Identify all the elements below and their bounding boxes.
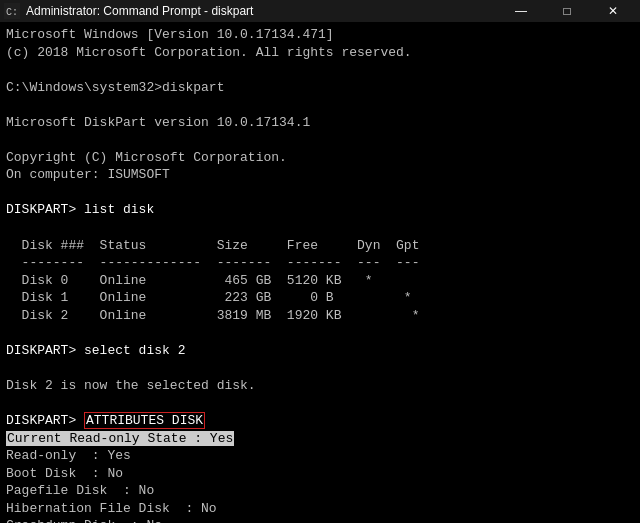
attributes-cmd-line: DISKPART> ATTRIBUTES DISK — [6, 412, 634, 430]
main-window: C: Administrator: Command Prompt - diskp… — [0, 0, 640, 523]
cmd-icon: C: — [4, 3, 20, 19]
crashdump-line: Crashdump Disk : No — [6, 517, 634, 523]
computer-line: On computer: ISUMSOFT — [6, 166, 634, 184]
readonly-state-highlight: Current Read-only State : Yes — [6, 431, 234, 446]
disk-selected-line: Disk 2 is now the selected disk. — [6, 377, 634, 395]
list-disk-cmd: DISKPART> list disk — [6, 201, 634, 219]
blank-8 — [6, 394, 634, 412]
blank-2 — [6, 96, 634, 114]
minimize-button[interactable]: — — [498, 0, 544, 22]
svg-text:C:: C: — [6, 7, 18, 18]
blank-1 — [6, 61, 634, 79]
hibernation-line: Hibernation File Disk : No — [6, 500, 634, 518]
boot-disk-line: Boot Disk : No — [6, 465, 634, 483]
copyright-notice-line: (c) 2018 Microsoft Corporation. All righ… — [6, 44, 634, 62]
maximize-button[interactable]: □ — [544, 0, 590, 22]
title-bar-left: C: Administrator: Command Prompt - diskp… — [4, 3, 253, 19]
window-controls: — □ ✕ — [498, 0, 636, 22]
disk2-line: Disk 2 Online 3819 MB 1920 KB * — [6, 307, 634, 325]
blank-6 — [6, 324, 634, 342]
copyright-line: Copyright (C) Microsoft Corporation. — [6, 149, 634, 167]
prompt-diskpart-line: C:\Windows\system32>diskpart — [6, 79, 634, 97]
window-title: Administrator: Command Prompt - diskpart — [26, 4, 253, 18]
blank-4 — [6, 184, 634, 202]
blank-7 — [6, 359, 634, 377]
readonly-state-line: Current Read-only State : Yes — [6, 430, 634, 448]
title-bar: C: Administrator: Command Prompt - diskp… — [0, 0, 640, 22]
blank-5 — [6, 219, 634, 237]
diskpart-version-line: Microsoft DiskPart version 10.0.17134.1 — [6, 114, 634, 132]
close-button[interactable]: ✕ — [590, 0, 636, 22]
table-divider-line: -------- ------------- ------- ------- -… — [6, 254, 634, 272]
win-version-line: Microsoft Windows [Version 10.0.17134.47… — [6, 26, 634, 44]
select-disk-cmd: DISKPART> select disk 2 — [6, 342, 634, 360]
pagefile-line: Pagefile Disk : No — [6, 482, 634, 500]
disk1-line: Disk 1 Online 223 GB 0 B * — [6, 289, 634, 307]
blank-3 — [6, 131, 634, 149]
readonly-line: Read-only : Yes — [6, 447, 634, 465]
terminal-body[interactable]: Microsoft Windows [Version 10.0.17134.47… — [0, 22, 640, 523]
disk0-line: Disk 0 Online 465 GB 5120 KB * — [6, 272, 634, 290]
attributes-cmd-box: ATTRIBUTES DISK — [84, 412, 205, 429]
table-header-line: Disk ### Status Size Free Dyn Gpt — [6, 237, 634, 255]
